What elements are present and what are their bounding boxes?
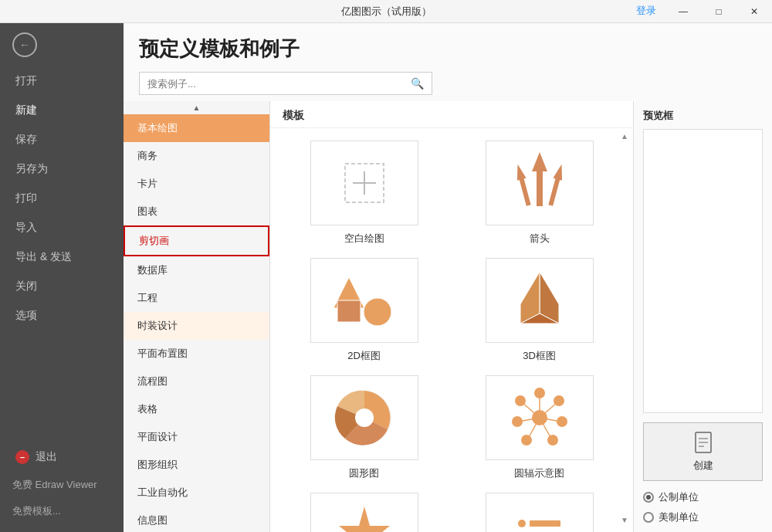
svg-point-23 [534,388,545,398]
svg-line-17 [540,402,557,418]
svg-marker-30 [339,507,390,532]
window-controls: — □ ✕ [665,0,772,23]
content-header: 预定义模板和例子 🔍 [124,23,772,101]
svg-point-26 [547,435,558,446]
category-item-shapes[interactable]: 图形组织 [124,451,269,479]
sidebar-item-saveas[interactable]: 另存为 [0,154,124,184]
exit-icon: – [15,450,29,464]
svg-marker-4 [513,163,533,206]
sidebar-item-free-templates[interactable]: 免费模板... [0,498,124,524]
login-button[interactable]: 登录 [636,4,656,18]
search-button[interactable]: 🔍 [403,73,432,94]
sidebar-item-free-viewer[interactable]: 免费 Edraw Viewer [0,472,124,498]
radio-metric[interactable]: 公制单位 [643,490,763,504]
svg-line-22 [522,402,540,418]
sidebar-item-import[interactable]: 导入 [0,213,124,242]
minimize-button[interactable]: — [665,0,701,23]
preview-box [643,129,763,413]
content-area: 预定义模板和例子 🔍 ▲ 基本绘图 商务 卡片 图表 [124,23,772,532]
preview-title: 预览框 [643,109,763,123]
template-icon-blank [310,141,418,225]
scroll-up-arrow[interactable]: ▲ [124,101,269,114]
svg-point-27 [521,435,532,446]
radio-imperial-label: 美制单位 [659,510,699,524]
svg-marker-5 [546,163,566,206]
category-item-flowchart[interactable]: 流程图 [124,368,269,395]
template-item-blank[interactable]: 空白绘图 [283,141,445,246]
sidebar-bottom: – 退出 免费 Edraw Viewer 免费模板... [0,442,124,532]
category-item-fashion[interactable]: 时装设计 [124,312,269,340]
template-icon-arrow [486,141,594,225]
svg-point-29 [515,395,526,406]
sidebar-item-print[interactable]: 打印 [0,184,124,213]
svg-point-25 [557,416,567,427]
app-title: 亿图图示（试用版） [341,5,432,19]
category-item-engineering[interactable]: 工程 [124,284,269,312]
templates-scroll-up[interactable]: ▲ [621,132,628,141]
category-list: ▲ 基本绘图 商务 卡片 图表 剪切画 [124,101,270,532]
sidebar-item-close[interactable]: 关闭 [0,272,124,301]
template-icon-3d [486,258,594,343]
template-label-3d: 3D框图 [523,349,556,363]
template-icon-radial [486,375,594,460]
template-label-circular: 圆形图 [349,466,379,480]
category-item-chart[interactable]: 图表 [124,198,269,225]
template-label-arrow: 箭头 [530,232,550,246]
sidebar: ← 打开 新建 保存 另存为 打印 导入 导出 & 发送 关闭 选项 [0,23,124,532]
sidebar-item-export[interactable]: 导出 & 发送 [0,242,124,272]
category-item-table[interactable]: 表格 [124,395,269,423]
radio-imperial-dot [643,512,654,523]
templates-scroll-down[interactable]: ▼ [621,516,628,524]
template-icon-star [310,493,418,532]
radio-metric-dot [643,492,654,503]
back-button[interactable]: ← [0,23,124,66]
templates-grid: 空白绘图 [270,128,633,532]
sidebar-item-options[interactable]: 选项 [0,301,124,330]
templates-header: 模板 [270,101,633,128]
svg-point-7 [364,298,391,326]
template-item-3d[interactable]: 3D框图 [458,258,621,363]
svg-rect-8 [337,300,361,322]
search-input[interactable] [140,73,403,94]
template-item-2d[interactable]: 2D框图 [283,258,445,363]
category-item-infographic[interactable]: 信息图 [124,507,269,532]
category-item-clipart[interactable]: 剪切画 [124,225,269,256]
title-bar: 亿图图示（试用版） 登录 — □ ✕ [0,0,772,23]
category-item-basic[interactable]: 基本绘图 [124,114,269,142]
template-item-radial[interactable]: 圆辐示意图 [458,375,621,480]
template-icon-2d [310,258,418,343]
template-item-bars[interactable] [458,493,621,532]
radio-imperial[interactable]: 美制单位 [643,510,763,524]
svg-point-31 [518,520,526,527]
template-item-star[interactable] [283,493,445,532]
templates-area: 模板 ▲ 空白绘图 [270,101,633,532]
svg-point-28 [512,416,523,427]
category-item-card[interactable]: 卡片 [124,170,269,198]
svg-point-14 [355,408,374,427]
back-icon: ← [12,32,37,57]
svg-point-24 [554,395,564,406]
maximize-button[interactable]: □ [701,0,736,23]
category-item-floorplan[interactable]: 平面布置图 [124,340,269,368]
template-item-circular[interactable]: 圆形图 [283,375,445,480]
sidebar-item-exit[interactable]: – 退出 [0,442,124,472]
sidebar-item-open[interactable]: 打开 [0,66,124,96]
category-item-industrial[interactable]: 工业自动化 [124,479,269,507]
category-item-business[interactable]: 商务 [124,142,269,170]
template-label-radial: 圆辐示意图 [514,466,564,480]
sidebar-item-save[interactable]: 保存 [0,125,124,154]
template-item-arrow[interactable]: 箭头 [458,141,621,246]
template-label-2d: 2D框图 [347,349,381,363]
template-label-blank: 空白绘图 [344,232,384,246]
close-button[interactable]: ✕ [736,0,772,23]
create-button[interactable]: 创建 [643,422,763,481]
preview-panel: 预览框 创建 公制单 [633,101,772,532]
body-area: ▲ 基本绘图 商务 卡片 图表 剪切画 [124,101,772,532]
radio-metric-label: 公制单位 [659,490,699,504]
svg-rect-32 [530,520,560,527]
sidebar-item-new[interactable]: 新建 [0,96,124,125]
category-item-database[interactable]: 数据库 [124,256,269,284]
category-item-flatdesign[interactable]: 平面设计 [124,423,269,451]
template-icon-circular [310,375,418,460]
template-icon-bars [486,493,594,532]
